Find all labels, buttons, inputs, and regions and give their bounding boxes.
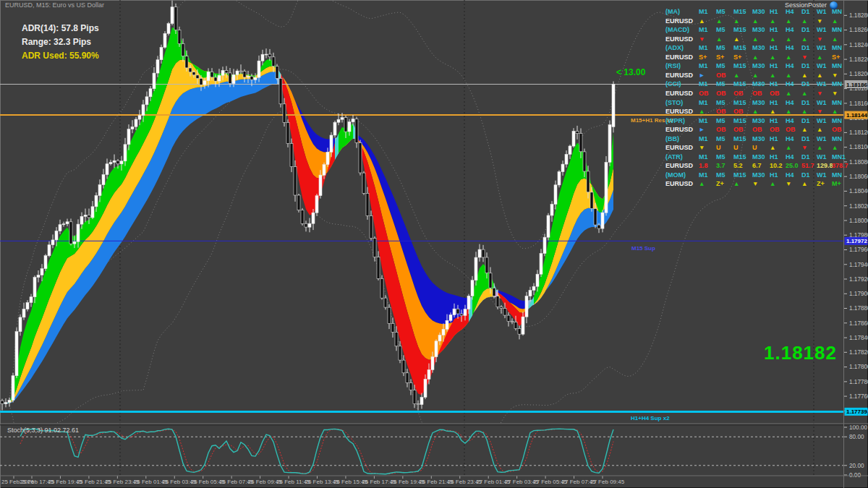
indicator-name: (MOM) [665,171,686,179]
signal-text: 1.8 [699,162,708,169]
candle [239,64,242,74]
timeframe-label: D1 [801,80,810,87]
candle [12,373,14,403]
timeframe-label: H1 [770,44,778,51]
timeframe-label: D1 [801,117,810,124]
signal-up-arrow-icon: ▲ [801,72,807,79]
timeframe-label: H1 [770,8,778,15]
signal-text: U [716,144,721,151]
candle [612,82,615,133]
candle [576,126,579,140]
signal-up-arrow-icon: ▲ [770,53,775,61]
signal-up-arrow-icon: ▲ [733,180,739,187]
signal-dn-arrow-icon: ▼ [752,180,758,187]
svg-text:1.18020: 1.18020 [849,203,868,210]
candle [315,194,318,216]
timeframe-label: M5 [716,99,726,106]
timeframe-label: M1 [699,117,708,124]
timeframe-label: M15 [733,8,746,15]
timeframe-label: D1 [801,99,810,106]
candle [352,115,354,126]
distance-to-level-label: < 13.00 [616,68,645,78]
symbol-label: EURUSD [665,90,693,97]
timeframe-label: H4 [786,62,794,69]
signal-text: Z+ [716,180,724,187]
signal-up-arrow-icon: ▲ [699,108,705,115]
mt4-chart-window[interactable]: { "window": { "title": "EURUSD, M15: Eur… [0,0,868,488]
signal-up-arrow-icon: ▲ [786,72,791,79]
h1h4-support-line-label[interactable]: H1+H4 Sup x2 [631,415,670,421]
signal-up-arrow-icon: ▲ [801,90,807,97]
signal-dn-arrow-icon: ▼ [817,35,822,43]
timeframe-label: H1 [770,80,778,87]
timeframe-label: M30 [752,99,765,106]
signal-up-arrow-icon: ▲ [699,180,705,187]
timeframe-label: H4 [786,80,794,87]
indicator-name: (BB) [665,135,679,142]
timeframe-label: M1 [699,26,708,33]
timeframe-label: M1 [699,171,708,179]
timeframe-label: W1 [817,44,827,51]
timeframe-label: H1 [770,171,778,179]
timeframe-label: M15 [733,117,746,124]
signal-up-arrow-icon: ▲ [752,53,758,61]
timeframe-label: D1 [801,26,810,33]
svg-text:1.18100: 1.18100 [849,144,868,150]
dashboard-header-rsi: (RSI)M1M5M15M30H1H4D1W1MN [660,62,845,71]
timeframe-label: MN [832,62,842,69]
indicator-name: (ADX) [665,44,684,51]
signal-text: OB [733,90,744,97]
stoch-panel-layer [0,429,843,474]
signal-text: OB [832,126,842,133]
candle [160,45,163,64]
timeframe-label: D1 [801,44,810,51]
signal-text: OB [716,108,726,115]
candle [8,398,11,407]
signal-rt-arrow-icon: ► [699,126,705,133]
candle [294,160,297,202]
time-axis[interactable]: 25 Feb 202625 Feb 17:4525 Feb 19:4525 Fe… [1,476,625,485]
signal-text: S+ [699,53,707,61]
candle [26,300,29,312]
timeframe-label: H4 [786,44,794,51]
signal-text: 3.7 [716,162,726,169]
price-axis[interactable]: 1.182801.182601.182401.182201.182001.181… [844,12,868,479]
candle [30,294,33,307]
signal-text: 378.7 [832,162,848,169]
signal-text: OB [786,126,796,133]
timeframe-label: M5 [716,80,726,87]
indicator-name: (CCI) [665,80,681,87]
symbol-label: EURUSD [665,162,693,169]
indicator-name: (MA) [665,8,680,15]
timeframe-label: M5 [716,171,726,179]
m15-support-line-label[interactable]: M15 Sup [631,245,655,252]
timeframe-label: D1 [801,8,810,15]
candle [131,120,134,133]
candle [384,295,387,309]
candle [15,328,18,378]
svg-text:1.18120: 1.18120 [849,129,868,136]
svg-text:1.18080: 1.18080 [849,159,868,166]
timeframe-label: M5 [716,44,726,51]
signal-dn-arrow-icon: ▼ [817,17,822,25]
symbol-label: EURUSD [665,53,693,61]
signal-up-arrow-icon: ▲ [817,72,822,79]
price-marker-h1h4-sup: 1.17739 [845,408,868,416]
symbol-label: EURUSD [665,126,693,133]
svg-text:1.17860: 1.17860 [849,320,868,327]
candle [572,128,575,147]
candle [380,275,383,300]
signal-up-arrow-icon: ▲ [786,144,791,151]
candle [261,50,264,66]
signal-up-arrow-icon: ▲ [832,17,838,25]
candle [391,317,394,338]
timeframe-label: MN [832,171,842,179]
dashboard-header-wpr: (WPR)M1M5M15M30H1H4D1W1MN [660,117,845,126]
svg-text:1.17880: 1.17880 [849,305,868,312]
symbol-label: EURUSD [665,144,693,151]
signal-up-arrow-icon: ▲ [817,144,822,151]
indicator-name: (STO) [665,99,683,106]
signal-up-arrow-icon: ▲ [801,108,807,115]
svg-text:1.17760: 1.17760 [849,393,868,400]
signal-text: S+ [716,53,724,61]
